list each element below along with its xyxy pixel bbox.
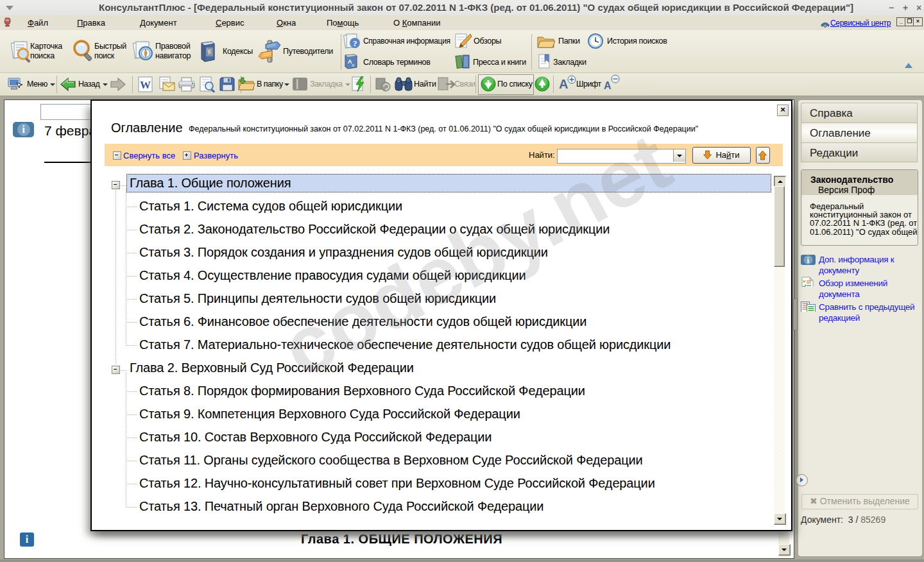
svg-text:я: я <box>352 62 354 68</box>
svg-text:×: × <box>803 278 806 284</box>
svg-text:?: ? <box>353 38 357 48</box>
svg-text:i: i <box>807 255 810 265</box>
svg-text:W: W <box>140 79 151 91</box>
